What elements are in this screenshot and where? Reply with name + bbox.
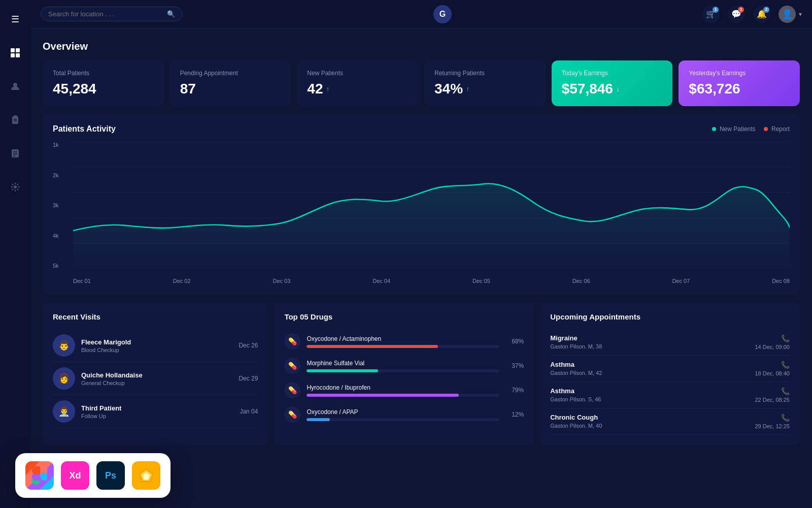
visit-item-3: 👨‍⚕️ Third Patient Follow Up Jan 04 (53, 395, 258, 428)
visit-type-1: Blood Checkup (81, 347, 232, 353)
appt-title-4: Chronic Cough (550, 414, 602, 421)
content-area: Overview Total Patients 45,284 Pending A… (30, 28, 812, 508)
appt-title-1: Migraine (550, 334, 602, 342)
appt-item-4: Chronic Cough Gaston Pilson. M, 40 📞 29 … (550, 408, 790, 435)
drug-bar-bg-1 (307, 345, 499, 348)
header-logo: G (191, 5, 694, 23)
visit-name-2: Quiche Hollandaise (81, 371, 232, 379)
appt-date-3: 22 Dec, 08:25 (755, 397, 790, 403)
sidebar-item-dashboard[interactable] (6, 44, 24, 62)
drug-item-1: 💊 Oxycodone / Actaminophen 68% (284, 329, 524, 354)
user-avatar-button[interactable]: 👤 ▾ (779, 6, 802, 23)
app-icons-popup: Xd Ps (15, 453, 171, 498)
drug-pct-2: 37% (505, 362, 524, 369)
stat-label-total: Total Patients (53, 70, 154, 77)
appt-item-2: Asthma Gaston Pilson. M, 42 📞 18 Dec, 08… (550, 356, 790, 382)
figma-icon[interactable] (25, 461, 54, 490)
appt-item-1: Migraine Gaston Pilson. M, 38 📞 14 Dec, … (550, 329, 790, 356)
drug-name-3: Hyrocodone / Ibuprofen (307, 384, 499, 391)
notifications-button[interactable]: 🔔 2 (753, 6, 770, 23)
visit-type-3: Follow Up (81, 413, 233, 419)
ps-icon[interactable]: Ps (96, 461, 125, 490)
visit-type-2: General Checkup (81, 380, 232, 386)
svg-rect-3 (16, 53, 20, 57)
appt-title-3: Asthma (550, 387, 601, 395)
appt-item-3: Asthma Gaston Pilson. S, 46 📞 22 Dec, 08… (550, 382, 790, 408)
overview-title: Overview (43, 41, 800, 52)
chart-section: Patients Activity New Patients Report 5k… (43, 114, 800, 294)
svg-rect-1 (16, 48, 20, 52)
upcoming-appointments-card: Upcoming Appointments Migraine Gaston Pi… (540, 302, 800, 445)
legend-dot-red (764, 127, 768, 131)
messages-badge: 3 (738, 7, 744, 13)
sidebar-hamburger[interactable]: ☰ (6, 10, 24, 28)
appt-date-4: 29 Dec, 12:25 (755, 423, 790, 429)
drug-name-1: Oxycodone / Actaminophen (307, 335, 499, 342)
sidebar-item-clipboard[interactable] (6, 111, 24, 129)
stat-value-total: 45,284 (53, 81, 154, 97)
cart-badge: 1 (713, 7, 719, 13)
drug-item-2: 💊 Morphine Sulfate Vial 37% (284, 354, 524, 378)
stat-value-yesterdays: $63,726 (689, 81, 790, 97)
visit-avatar-3: 👨‍⚕️ (53, 400, 75, 423)
stat-value-pending: 87 (180, 81, 281, 97)
stat-todays-earnings: Today's Earnings $57,846 ↓ (552, 60, 673, 106)
search-bar[interactable]: 🔍 (41, 7, 183, 21)
svg-point-12 (14, 185, 17, 188)
drug-bar-fill-3 (307, 394, 459, 397)
stat-label-yesterdays: Yesterday's Earnings (689, 70, 790, 77)
chart-container: 5k 4k 3k 2k 1k (53, 142, 790, 284)
drug-bar-bg-4 (307, 418, 499, 421)
search-input[interactable] (48, 10, 163, 18)
drug-bar-bg-2 (307, 369, 499, 372)
svg-rect-0 (11, 48, 15, 52)
notifications-badge: 2 (763, 7, 769, 13)
avatar: 👤 (779, 6, 796, 23)
trend-up-returning-icon: ↑ (466, 85, 469, 93)
visit-item-1: 👨 Fleece Marigold Blood Checkup Dec 26 (53, 329, 258, 362)
drug-item-3: 💊 Hyrocodone / Ibuprofen 79% (284, 378, 524, 402)
sidebar-item-settings[interactable] (6, 178, 24, 196)
appt-patient-3: Gaston Pilson. S, 46 (550, 396, 601, 402)
visit-avatar-1: 👨 (53, 334, 75, 357)
search-icon: 🔍 (167, 10, 175, 18)
logo: G (433, 5, 452, 23)
chart-area (73, 142, 790, 269)
stat-new-patients: New Patients 42 ↑ (297, 60, 418, 106)
stat-label-pending: Pending Appointment (180, 70, 281, 77)
header-actions: 🛒 1 💬 3 🔔 2 👤 ▾ (702, 6, 802, 23)
messages-button[interactable]: 💬 3 (728, 6, 745, 23)
stat-value-returning: 34% ↑ (434, 81, 535, 97)
appt-left-3: Asthma Gaston Pilson. S, 46 (550, 387, 601, 402)
stats-row: Total Patients 45,284 Pending Appointmen… (43, 60, 800, 106)
appt-phone-3: 📞 (755, 387, 790, 395)
appt-right-4: 📞 29 Dec, 12:25 (755, 414, 790, 429)
sketch-icon[interactable] (132, 461, 160, 490)
sidebar-item-patients[interactable] (6, 77, 24, 96)
legend-report: Report (764, 125, 790, 133)
appt-phone-1: 📞 (755, 334, 790, 342)
visit-date-3: Jan 04 (240, 408, 258, 415)
xd-icon[interactable]: Xd (61, 461, 89, 490)
cart-button[interactable]: 🛒 1 (702, 6, 720, 23)
chart-title: Patients Activity (53, 124, 116, 134)
appt-right-3: 📞 22 Dec, 08:25 (755, 387, 790, 403)
visit-date-1: Dec 26 (239, 342, 258, 349)
visit-name-3: Third Patient (81, 404, 233, 412)
stat-label-returning: Returning Patients (434, 70, 535, 77)
visit-avatar-2: 👩 (53, 367, 75, 390)
drug-bar-fill-4 (307, 418, 330, 421)
visit-name-1: Fleece Marigold (81, 338, 232, 346)
sidebar-item-documents[interactable] (6, 144, 24, 163)
drug-info-1: Oxycodone / Actaminophen (307, 335, 499, 348)
trend-up-icon: ↑ (326, 85, 330, 93)
appt-patient-4: Gaston Pilson. M, 40 (550, 423, 602, 429)
stat-yesterdays-earnings: Yesterday's Earnings $63,726 (679, 60, 800, 106)
legend-new-patients: New Patients (712, 125, 756, 133)
drug-icon-3: 💊 (284, 382, 300, 398)
recent-visits-card: Recent Visits 👨 Fleece Marigold Blood Ch… (43, 302, 268, 445)
top-drugs-card: Top 05 Drugs 💊 Oxycodone / Actaminophen … (274, 302, 534, 445)
drug-icon-4: 💊 (284, 406, 300, 423)
drug-name-4: Oxycodone / APAP (307, 408, 499, 416)
drug-bar-fill-2 (307, 369, 378, 372)
